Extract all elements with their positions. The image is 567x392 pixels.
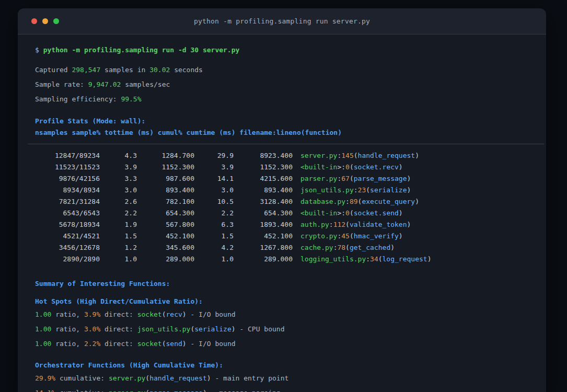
cell-nsamples: 3456/12678	[35, 242, 100, 253]
cell-cumul-pct: 3.0	[194, 185, 234, 196]
paren: (	[366, 186, 370, 194]
paren: )	[407, 221, 411, 228]
line-number: 67	[341, 175, 350, 182]
profile-table-header: nsamples sample% tottime (ms) cumul% cum…	[35, 127, 534, 139]
cell-function: crypto.py:45(hmac_verify)	[293, 230, 534, 242]
direct-label: direct:	[100, 325, 137, 333]
paren: (	[350, 163, 354, 171]
cell-nsamples: 6543/6543	[35, 207, 100, 219]
paren: )	[203, 389, 207, 392]
cell-function: json_utils.py:23(serialize)	[293, 185, 534, 196]
paren: (	[354, 152, 358, 159]
line-number: 112	[333, 221, 345, 228]
paren: )	[427, 255, 432, 263]
table-row: 9876/421563.3987.60014.14215.600parser.p…	[35, 173, 534, 185]
cell-tottime: 782.100	[137, 196, 194, 207]
hot-spots-heading: Hot Spots (High Direct/Cumulative Ratio)…	[35, 296, 534, 307]
stat-part: 99.5%	[121, 95, 141, 103]
stat-part: samples/sec	[121, 80, 170, 88]
paren: )	[207, 374, 211, 382]
cumulative-pct: 29.9%	[35, 374, 55, 382]
file-name: parser.py	[300, 175, 337, 182]
paren: (	[345, 244, 350, 251]
paren: (	[162, 340, 166, 348]
summary-heading: Summary of Interesting Functions:	[35, 278, 534, 290]
cell-cumul-pct: 6.3	[194, 219, 234, 230]
file-name: json_utils.py	[300, 186, 354, 194]
cell-function: server.py:145(handle_request)	[293, 150, 534, 162]
cell-cumul-pct: 29.9	[194, 150, 234, 162]
line-number: 23	[358, 186, 366, 194]
cell-cumtime: 452.100	[234, 230, 293, 242]
table-row: 6543/65432.2654.3002.2654.300<built-in>:…	[35, 207, 534, 219]
cell-nsamples: 11523/11523	[35, 162, 100, 173]
cumulative-label: cumulative:	[55, 389, 109, 392]
file-name: auth.py	[300, 221, 329, 228]
function-name: parse_message	[149, 389, 203, 392]
bound-note: - I/O bound	[187, 310, 236, 318]
profile-stats-heading: Profile Stats (Mode: wall):	[35, 116, 534, 127]
cell-sample-pct: 1.9	[100, 219, 137, 230]
line-number: 145	[341, 152, 353, 159]
target-name: socket	[137, 340, 162, 348]
paren: (	[350, 232, 354, 240]
table-row: 2890/28901.0289.0001.0289.000logging_uti…	[35, 253, 534, 265]
function-name: log_request	[383, 255, 427, 263]
orchestrators-list: 29.9% cumulative: server.py(handle_reque…	[35, 373, 534, 392]
cell-cumul-pct: 1.5	[194, 230, 234, 242]
cumulative-label: cumulative:	[55, 374, 109, 382]
target-name: json_utils.py	[137, 325, 191, 333]
ratio-label: ratio,	[51, 325, 84, 333]
stat-line: Captured 298,547 samples in 30.02 second…	[35, 64, 534, 76]
paren: (	[145, 374, 149, 382]
paren: (	[145, 389, 149, 392]
direct-pct: 3.9%	[84, 310, 100, 318]
paren: (	[345, 221, 350, 228]
cell-nsamples: 12847/89234	[35, 150, 100, 162]
direct-label: direct:	[100, 340, 137, 348]
shell-prompt: $	[35, 46, 43, 54]
table-divider	[28, 144, 544, 144]
orchestrator-line: 14.1% cumulative: parser.py(parse_messag…	[35, 387, 534, 392]
direct-pct: 2.2%	[84, 340, 100, 348]
ratio-value: 1.00	[35, 310, 51, 318]
function-name: send	[166, 340, 182, 348]
cell-function: database.py:89(execute_query)	[293, 196, 534, 207]
hotspot-line: 1.00 ratio, 2.2% direct: socket(send) - …	[35, 338, 534, 350]
function-name: hmac_verify	[354, 232, 399, 240]
function-name: handle_request	[149, 374, 207, 382]
direct-label: direct:	[100, 310, 137, 318]
cell-tottime: 987.600	[137, 173, 194, 185]
separator: :	[341, 163, 345, 171]
cell-function: cache.py:78(get_cached)	[293, 242, 534, 253]
paren: )	[399, 163, 403, 171]
paren: )	[182, 340, 187, 348]
cell-tottime: 345.600	[137, 242, 194, 253]
file-name: <built-in	[300, 163, 337, 171]
cell-cumtime: 654.300	[234, 207, 293, 219]
function-name: socket.send	[354, 209, 399, 217]
cell-cumul-pct: 2.2	[194, 207, 234, 219]
cell-function: logging_utils.py:34(log_request)	[293, 253, 534, 265]
function-name: serialize	[370, 186, 407, 194]
stat-part: samples in	[100, 66, 149, 74]
cell-tottime: 654.300	[137, 207, 194, 219]
stat-part: 298,547	[72, 66, 100, 74]
cell-cumul-pct: 1.0	[194, 253, 234, 265]
line-number: 45	[341, 232, 350, 240]
file-name: <built-in	[300, 209, 337, 217]
cell-nsamples: 2890/2890	[35, 253, 100, 265]
cell-tottime: 893.400	[137, 185, 194, 196]
table-row: 8934/89343.0893.4003.0893.400json_utils.…	[35, 185, 534, 196]
stat-part: 9,947.02	[88, 80, 121, 88]
cell-cumtime: 3128.400	[234, 196, 293, 207]
stat-part: 30.02	[149, 66, 170, 74]
cell-sample-pct: 2.6	[100, 196, 137, 207]
file-name: logging_utils.py	[300, 255, 366, 263]
role-note: - main entry point	[211, 374, 289, 382]
file-name: crypto.py	[300, 232, 337, 240]
paren: (	[350, 175, 354, 182]
window-title: python -m profiling.sampling run server.…	[18, 17, 546, 25]
cell-cumtime: 289.000	[234, 253, 293, 265]
cell-sample-pct: 1.2	[100, 242, 137, 253]
